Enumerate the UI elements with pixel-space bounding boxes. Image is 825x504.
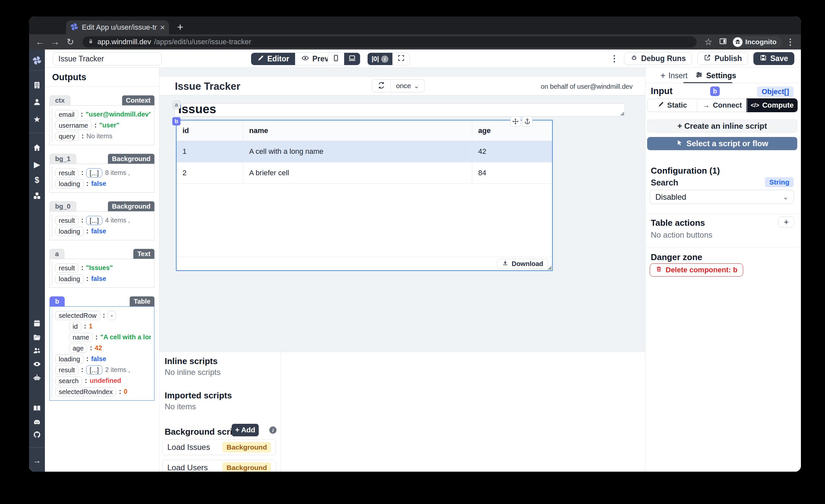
new-tab-button[interactable]: + [174, 21, 186, 33]
incognito-icon [733, 37, 743, 47]
user-icon[interactable] [29, 97, 45, 107]
text-component-tag[interactable]: a [172, 101, 180, 109]
output-key[interactable]: search [55, 376, 82, 385]
move-handle-icon[interactable] [510, 116, 521, 127]
component-id-tab[interactable]: ctx [50, 95, 70, 105]
browser-tabstrip: Edit App u/user/issue-tracker | × + [29, 16, 801, 34]
windmill-logo-icon[interactable] [29, 56, 45, 65]
output-key[interactable]: result [55, 168, 79, 177]
github-icon[interactable] [29, 430, 45, 440]
output-value: "user" [99, 122, 120, 129]
output-key[interactable]: username [55, 121, 92, 130]
delete-component-button[interactable]: Delete component: b [650, 264, 743, 277]
expand-sidebar-arrow-icon[interactable]: → [29, 455, 45, 465]
output-key[interactable]: age [69, 344, 87, 353]
mode-connect-button[interactable]: → Connect [697, 99, 747, 112]
docs-book-icon[interactable] [29, 403, 45, 413]
output-value: 42 [95, 344, 102, 352]
tab-insert[interactable]: + Insert [660, 71, 687, 81]
create-inline-script-button[interactable]: + Create an inline script [647, 120, 797, 133]
download-button[interactable]: Download [497, 259, 548, 269]
component-id-tab[interactable]: a [50, 249, 64, 259]
text-component[interactable]: Issues [174, 103, 625, 117]
select-script-button[interactable]: Select a script or flow [647, 137, 797, 150]
app-menu-icon[interactable]: ⋮ [610, 54, 619, 64]
app-canvas[interactable]: a Issues b id name age [159, 95, 645, 352]
tab-settings[interactable]: Settings [695, 71, 736, 81]
add-background-script-button[interactable]: + Add [232, 424, 259, 436]
browser-tab[interactable]: Edit App u/user/issue-tracker | × [66, 20, 169, 34]
workers-robot-icon[interactable] [29, 373, 45, 382]
workspace-building-icon[interactable] [29, 80, 45, 90]
expand-array-pill[interactable]: [...] [86, 168, 103, 177]
expand-array-pill[interactable]: [...] [86, 365, 103, 375]
browser-menu-icon[interactable]: ⋮ [784, 37, 796, 47]
favorites-star-icon[interactable]: ★ [29, 114, 45, 124]
resources-cubes-icon[interactable] [29, 191, 45, 201]
save-button[interactable]: Save [753, 52, 794, 65]
output-key[interactable]: loading [55, 355, 84, 364]
component-id-tab[interactable]: bg_1 [50, 154, 76, 164]
refresh-button[interactable] [372, 80, 391, 92]
mode-static-button[interactable]: Static [648, 99, 697, 112]
table-row[interactable]: 2 A briefer cell 84 [176, 162, 552, 184]
runs-play-icon[interactable]: ▶ [29, 159, 45, 169]
output-key[interactable]: loading [55, 227, 84, 236]
fullscreen-button[interactable] [392, 53, 409, 65]
editor-button[interactable]: Editor [251, 53, 295, 65]
output-value: 4 items , [105, 217, 130, 224]
incognito-label: Incognito [745, 38, 776, 46]
forward-icon[interactable]: → [49, 37, 61, 47]
back-icon[interactable]: ← [34, 37, 46, 47]
collapse-pill[interactable]: - [107, 311, 116, 320]
background-script-item[interactable]: Load Issues Background [162, 439, 276, 455]
output-key[interactable]: loading [55, 274, 84, 284]
url-bar[interactable]: app.windmill.dev/apps/edit/u/user/issue-… [82, 36, 697, 48]
tab-close-icon[interactable]: × [160, 23, 165, 32]
search-mode-select[interactable]: Disabled ⌄ [650, 190, 794, 204]
reload-icon[interactable]: ↻ [64, 37, 77, 47]
add-table-action-button[interactable]: + [778, 217, 794, 227]
component-id-tab[interactable]: bg_0 [50, 201, 76, 211]
folders-icon[interactable] [29, 333, 45, 343]
app-name-input[interactable] [53, 52, 162, 65]
table-component[interactable]: id name age 1 A cell with a long name 42… [176, 120, 553, 271]
home-icon[interactable] [29, 143, 45, 152]
debug-runs-button[interactable]: Debug Runs [624, 52, 692, 65]
output-key[interactable]: name [69, 333, 93, 342]
output-key[interactable]: loading [55, 179, 84, 189]
bookmark-star-icon[interactable]: ☆ [702, 37, 715, 47]
mode-compute-button[interactable]: </> Compute [747, 99, 797, 112]
resize-handle[interactable] [547, 266, 551, 270]
output-value: 8 items , [105, 169, 130, 176]
toggle-outputs-button[interactable]: |0| i [368, 53, 392, 65]
schedules-calendar-icon[interactable] [29, 318, 45, 328]
table-row[interactable]: 1 A cell with a long name 42 [176, 141, 552, 162]
desktop-view-button[interactable] [344, 53, 360, 65]
output-value: No items [86, 132, 112, 140]
output-key[interactable]: id [69, 322, 81, 331]
output-key[interactable]: result [55, 264, 79, 273]
expand-array-pill[interactable]: [...] [86, 216, 103, 225]
output-key[interactable]: query [55, 132, 79, 141]
publish-button[interactable]: Publish [697, 52, 748, 65]
mobile-view-button[interactable] [328, 53, 344, 65]
column-header[interactable]: name [243, 121, 472, 141]
audit-eye-icon[interactable] [29, 359, 45, 369]
table-component-tag[interactable]: b [172, 117, 180, 126]
output-key[interactable]: selectedRow [55, 311, 100, 320]
side-panel-icon[interactable] [717, 37, 729, 47]
output-key[interactable]: email [55, 110, 78, 119]
output-key[interactable]: result [55, 365, 79, 375]
component-id-tab[interactable]: b [50, 296, 65, 306]
refresh-mode-dropdown[interactable]: once ⌄ [391, 80, 424, 92]
discord-icon[interactable] [29, 418, 45, 427]
background-script-item[interactable]: Load Users Background [162, 460, 276, 472]
column-header[interactable]: id [176, 121, 243, 141]
groups-users-gear-icon[interactable] [29, 346, 45, 355]
variables-dollar-icon[interactable]: $ [29, 175, 45, 185]
output-key[interactable]: selectedRowIndex [55, 387, 116, 397]
output-key[interactable]: result [55, 216, 79, 225]
resize-handle[interactable] [620, 112, 624, 116]
anchor-icon[interactable] [522, 116, 533, 127]
